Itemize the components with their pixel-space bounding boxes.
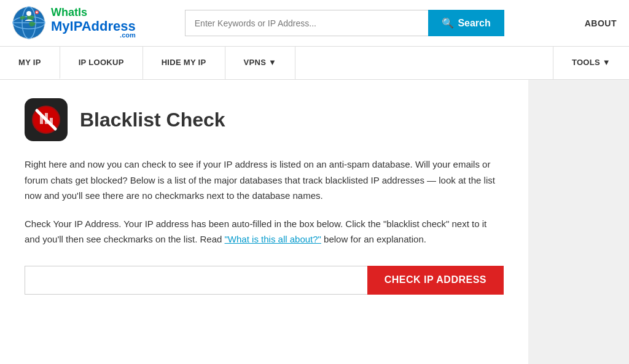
nav-item-my-ip[interactable]: MY IP bbox=[0, 47, 60, 79]
sidebar bbox=[528, 80, 627, 364]
description-paragraph-1: Right here and now you can check to see … bbox=[25, 157, 504, 204]
nav-item-ip-lookup[interactable]: IP LOOKUP bbox=[60, 47, 143, 79]
content-area: Blacklist Check Right here and now you c… bbox=[0, 80, 528, 364]
svg-rect-11 bbox=[50, 118, 53, 124]
description-paragraph-2: Check Your IP Address. Your IP address h… bbox=[25, 216, 504, 247]
logo-area: WhatIs MyIPAddress .com bbox=[12, 6, 136, 40]
ip-address-input[interactable] bbox=[25, 266, 367, 295]
description-2-after: below for an explanation. bbox=[321, 234, 426, 244]
globe-logo-icon bbox=[12, 6, 46, 40]
search-button[interactable]: 🔍 Search bbox=[428, 10, 504, 36]
logo-text: WhatIs MyIPAddress .com bbox=[51, 7, 136, 39]
check-form: CHECK IP ADDRESS bbox=[25, 266, 504, 295]
what-is-link[interactable]: "What is this all about?" bbox=[225, 234, 321, 244]
logo-whatis: WhatIs bbox=[51, 7, 136, 19]
main-area: Blacklist Check Right here and now you c… bbox=[0, 80, 629, 364]
svg-point-4 bbox=[26, 11, 31, 16]
svg-point-6 bbox=[36, 12, 38, 14]
svg-rect-9 bbox=[40, 115, 43, 124]
search-input[interactable] bbox=[185, 10, 429, 36]
search-icon: 🔍 bbox=[442, 17, 454, 29]
nav-item-hide-my-ip[interactable]: HIDE MY IP bbox=[143, 47, 225, 79]
blacklist-icon bbox=[31, 104, 61, 135]
logo-com: .com bbox=[120, 31, 136, 39]
search-area: 🔍 Search bbox=[185, 10, 504, 36]
nav-item-vpns[interactable]: VPNS ▼ bbox=[225, 47, 296, 79]
main-nav: MY IP IP LOOKUP HIDE MY IP VPNS ▼ TOOLS … bbox=[0, 47, 629, 80]
blacklist-icon-container bbox=[25, 98, 68, 141]
about-link[interactable]: ABOUT bbox=[585, 18, 617, 28]
check-ip-button[interactable]: CHECK IP ADDRESS bbox=[367, 266, 504, 295]
nav-item-tools[interactable]: TOOLS ▼ bbox=[553, 47, 629, 79]
svg-rect-10 bbox=[45, 113, 48, 124]
header: WhatIs MyIPAddress .com 🔍 Search ABOUT bbox=[0, 0, 629, 47]
search-button-label: Search bbox=[458, 18, 490, 29]
page-header: Blacklist Check bbox=[25, 98, 504, 141]
nav-spacer bbox=[295, 47, 553, 79]
page-title: Blacklist Check bbox=[80, 109, 225, 131]
